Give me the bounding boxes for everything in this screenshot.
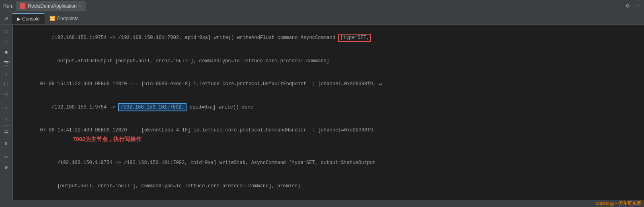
- lt-refresh-btn[interactable]: ↕: [2, 27, 11, 36]
- top-bar-right: ⚙ −: [624, 2, 641, 10]
- lt-enter-btn[interactable]: →|: [2, 89, 11, 99]
- lt-cut-btn[interactable]: ✂: [2, 152, 11, 162]
- lt-menu-btn[interactable]: ☰: [2, 128, 11, 137]
- lt-add-btn[interactable]: ⊕: [2, 163, 11, 172]
- log-highlight-red: [type=SET,: [338, 34, 371, 42]
- log-line-4: /192.168.150.1:9754 -> /192.168.150.101:…: [16, 96, 641, 119]
- log-line-7: [output=null, error='null'], commandType…: [16, 175, 641, 198]
- app-icon: [20, 3, 25, 9]
- log-text-4a: /192.168.150.1:9754 ->: [40, 105, 118, 110]
- log-line-3: 07-08 15:41:22:439 DEBUG 12820 --- [nio-…: [16, 73, 641, 96]
- watermark-label: CSDN @一万年可长否: [596, 201, 641, 207]
- console-label: Console: [22, 16, 40, 22]
- endpoints-label: Endpoints: [57, 16, 78, 21]
- lt-filter-btn[interactable]: ⇅: [2, 138, 11, 148]
- log-text-7: [output=null, error='null'], commandType…: [46, 183, 301, 189]
- log-text-1a: /192.168.150.1:9754 -> /192.168.150.101:…: [40, 35, 338, 41]
- lt-up2-btn[interactable]: ↑: [2, 103, 11, 113]
- log-line-5: 07-08 15:41:22:439 DEBUG 12820 --- [oEve…: [16, 119, 641, 152]
- lt-down-btn[interactable]: ↓: [2, 68, 11, 78]
- log-text-3: 07-08 15:41:22:439 DEBUG 12820 --- [nio-…: [40, 81, 382, 87]
- bottom-bar: CSDN @一万年可长否: [0, 200, 644, 207]
- log-content[interactable]: /192.168.150.1:9754 -> /192.168.150.101:…: [13, 25, 644, 200]
- restart-button[interactable]: ↺: [2, 14, 11, 23]
- top-bar-left: Run: RedisDemoApplication ×: [3, 1, 86, 11]
- run-label: Run:: [3, 3, 13, 9]
- log-highlight-blue: /192.168.150.101:7002,: [118, 103, 187, 111]
- tab-endpoints[interactable]: 🔀 Endpoints: [45, 13, 83, 24]
- lt-down2-btn[interactable]: ↓: [2, 114, 11, 123]
- log-line-1: /192.168.150.1:9754 -> /192.168.150.101:…: [16, 27, 641, 50]
- log-text-4b: epid=0xa] write() done: [187, 105, 253, 110]
- top-bar: Run: RedisDemoApplication × ⚙ −: [0, 0, 644, 12]
- settings-icon[interactable]: ⚙: [624, 2, 631, 10]
- run-tab[interactable]: RedisDemoApplication ×: [16, 1, 86, 11]
- lt-up-btn[interactable]: ↑: [2, 37, 11, 47]
- log-text-5: 07-08 15:41:22:439 DEBUG 12820 --- [oEve…: [40, 127, 376, 133]
- app-container: Run: RedisDemoApplication × ⚙ − ↺ ▶ Cons…: [0, 0, 644, 207]
- lt-camera-btn[interactable]: 📷: [2, 58, 11, 68]
- lt-stop-btn[interactable]: ■: [2, 47, 11, 57]
- log-text-6: /192.168.150.1:9754 -> /192.168.150.101:…: [46, 160, 376, 166]
- log-line-6: /192.168.150.1:9754 -> /192.168.150.101:…: [16, 152, 641, 175]
- tab-group: ▶ Console 🔀 Endpoints: [12, 13, 83, 24]
- lt-sort-btn[interactable]: ↓↑: [2, 79, 11, 88]
- toolbar-row: ↺ ▶ Console 🔀 Endpoints: [0, 12, 644, 25]
- tab-close-icon[interactable]: ×: [79, 4, 82, 8]
- log-text-2: output=StatusOutput [output=null, error=…: [46, 58, 330, 64]
- tab-console[interactable]: ▶ Console: [12, 13, 45, 24]
- left-toolbar: ↕ ↑ ■ 📷 ↓ ↓↑ →| ↑ ↓ ☰ ⇅ ✂ ⊕: [0, 25, 13, 200]
- console-icon: ▶: [17, 16, 21, 22]
- annotation-7002: 7002为主节点，执行写操作: [40, 136, 142, 142]
- lt-separator-1: [2, 101, 10, 101]
- main-content: ↕ ↑ ■ 📷 ↓ ↓↑ →| ↑ ↓ ☰ ⇅ ✂ ⊕ /192.168.150…: [0, 25, 644, 200]
- minimize-icon[interactable]: −: [634, 2, 641, 10]
- lt-separator-2: [2, 125, 10, 126]
- log-line-2: output=StatusOutput [output=null, error=…: [16, 50, 641, 73]
- tab-label: RedisDemoApplication: [28, 3, 76, 9]
- lt-separator-3: [2, 150, 10, 150]
- endpoints-icon: 🔀: [49, 16, 55, 21]
